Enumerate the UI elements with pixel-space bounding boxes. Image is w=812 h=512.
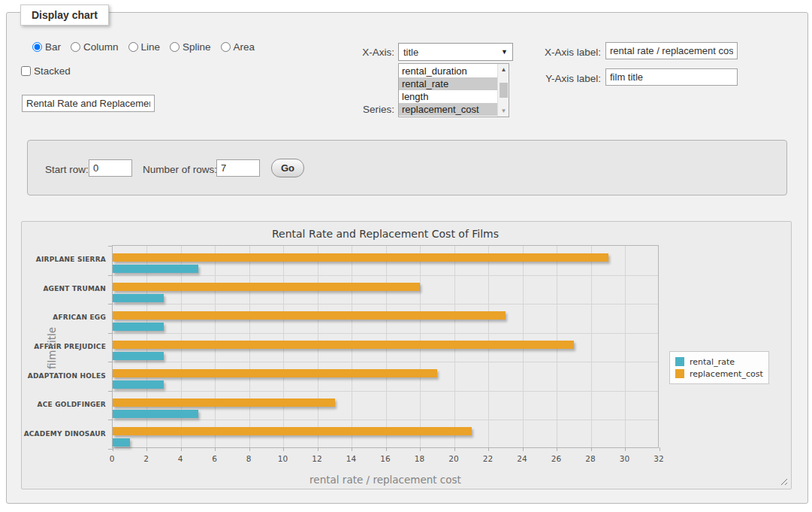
bar-replacement_cost: [113, 427, 472, 435]
chart-type-column: Column: [71, 41, 119, 53]
category-label: ADAPTATION HOLES: [22, 372, 106, 380]
start-row-input[interactable]: [89, 159, 132, 177]
bar-replacement_cost: [113, 369, 437, 377]
x-tick-label: 22: [473, 454, 503, 463]
chart-legend: rental_ratereplacement_cost: [669, 351, 769, 384]
x-tick-label: 18: [405, 454, 435, 463]
stacked-checkbox[interactable]: [21, 66, 31, 76]
stacked-label: Stacked: [34, 65, 71, 77]
legend-swatch-icon: [675, 357, 684, 366]
y-tick-mark: [108, 333, 113, 334]
x-tick-label: 24: [507, 454, 537, 463]
gridline: [113, 275, 658, 276]
series-scrollbar[interactable]: ▲ ▼: [497, 64, 509, 117]
x-axis-label: X-Axis:: [315, 47, 394, 58]
x-tick-label: 32: [644, 454, 674, 463]
gridline: [113, 420, 658, 420]
category-label: AIRPLANE SIERRA: [22, 256, 106, 263]
x-tick-label: 16: [370, 454, 400, 463]
stacked-label-wrap: Stacked: [21, 65, 71, 77]
x-tick-mark: [386, 447, 387, 451]
bar-replacement_cost: [113, 341, 574, 349]
x-tick-mark: [146, 447, 147, 451]
series-listbox[interactable]: rental_durationrental_ratelengthreplacem…: [398, 63, 509, 117]
plot-area: [112, 245, 659, 448]
x-tick-label: 30: [610, 454, 640, 463]
x-tick-label: 6: [200, 454, 230, 463]
num-rows-input[interactable]: [216, 159, 260, 177]
category-label: ACE GOLDFINGER: [22, 401, 106, 408]
bar-rental_rate: [113, 380, 164, 389]
chart-type-label: Column: [83, 41, 119, 53]
chart-type-radio-spline[interactable]: [170, 42, 180, 52]
y-tick-mark: [108, 449, 113, 450]
x-tick-label: 4: [165, 454, 195, 463]
bar-replacement_cost: [113, 253, 608, 262]
y-tick-mark: [108, 304, 113, 304]
legend-entry-rental_rate: rental_rate: [675, 356, 763, 368]
series-option-length[interactable]: length: [399, 90, 497, 103]
start-row-label: Start row:: [45, 164, 89, 175]
x-axis-label-input[interactable]: [605, 42, 738, 59]
x-axis-select-value: title: [403, 47, 418, 58]
gridline: [113, 391, 658, 392]
chart-type-label: Bar: [45, 41, 61, 53]
chart-type-line: Line: [128, 41, 161, 53]
page: Display chart BarColumnLineSplineArea St…: [0, 0, 812, 512]
series-option-rental_rate[interactable]: rental_rate: [399, 77, 497, 90]
chart-type-radio-column[interactable]: [71, 42, 80, 52]
y-tick-mark: [108, 420, 113, 420]
gridline: [625, 246, 626, 447]
bar-rental_rate: [113, 294, 164, 302]
legend-label: replacement_cost: [690, 369, 763, 379]
x-tick-mark: [557, 447, 557, 451]
num-rows-label: Number of rows:: [143, 164, 217, 175]
scrollbar-thumb[interactable]: [500, 83, 508, 98]
scroll-up-icon[interactable]: ▲: [498, 64, 509, 75]
x-tick-mark: [249, 447, 250, 451]
bar-replacement_cost: [113, 311, 506, 320]
x-tick-mark: [215, 447, 216, 451]
chart-title-input[interactable]: [22, 95, 155, 112]
x-tick-label: 20: [439, 454, 469, 463]
chart-type-label: Spline: [183, 41, 211, 53]
chart-type-group: BarColumnLineSplineArea: [32, 41, 255, 53]
y-axis-label-input[interactable]: [605, 68, 738, 86]
gridline: [113, 304, 658, 304]
series-option-replacement_cost[interactable]: replacement_cost: [399, 103, 497, 116]
y-axis-label-field-label: Y-Axis label:: [526, 73, 601, 84]
x-tick-label: 26: [542, 454, 572, 463]
chart-type-spline: Spline: [170, 41, 211, 53]
bar-rental_rate: [113, 410, 198, 418]
series-option-rental_duration[interactable]: rental_duration: [399, 65, 497, 77]
x-tick-label: 0: [97, 454, 127, 463]
y-tick-mark: [108, 246, 113, 247]
go-button[interactable]: Go: [271, 159, 304, 177]
chart-title: Rental Rate and Replacement Cost of Film…: [112, 228, 659, 240]
x-axis-select[interactable]: title ▼: [398, 43, 513, 61]
bar-replacement_cost: [113, 398, 335, 407]
chart-type-radio-line[interactable]: [128, 42, 138, 52]
x-tick-label: 8: [234, 454, 264, 463]
chevron-down-icon: ▼: [501, 48, 508, 56]
x-tick-label: 10: [268, 454, 298, 463]
chart-type-area: Area: [221, 41, 255, 53]
resize-handle-icon[interactable]: [779, 477, 787, 485]
chart-type-radio-area[interactable]: [221, 42, 231, 52]
bar-rental_rate: [113, 323, 164, 331]
chart-type-radio-bar[interactable]: [32, 42, 42, 52]
x-tick-mark: [352, 447, 352, 451]
bar-rental_rate: [113, 265, 198, 273]
scroll-down-icon[interactable]: ▼: [498, 105, 509, 117]
bar-rental_rate: [113, 352, 164, 360]
y-tick-mark: [108, 275, 113, 276]
x-tick-label: 28: [575, 454, 605, 463]
x-tick-mark: [318, 447, 318, 451]
legend-swatch-icon: [675, 369, 684, 378]
x-tick-mark: [591, 447, 592, 451]
stacked-row: Stacked: [21, 65, 71, 77]
x-axis-title: rental rate / replacement cost: [112, 474, 659, 486]
x-tick-mark: [523, 447, 524, 451]
x-tick-mark: [420, 447, 421, 451]
x-tick-mark: [181, 447, 182, 451]
